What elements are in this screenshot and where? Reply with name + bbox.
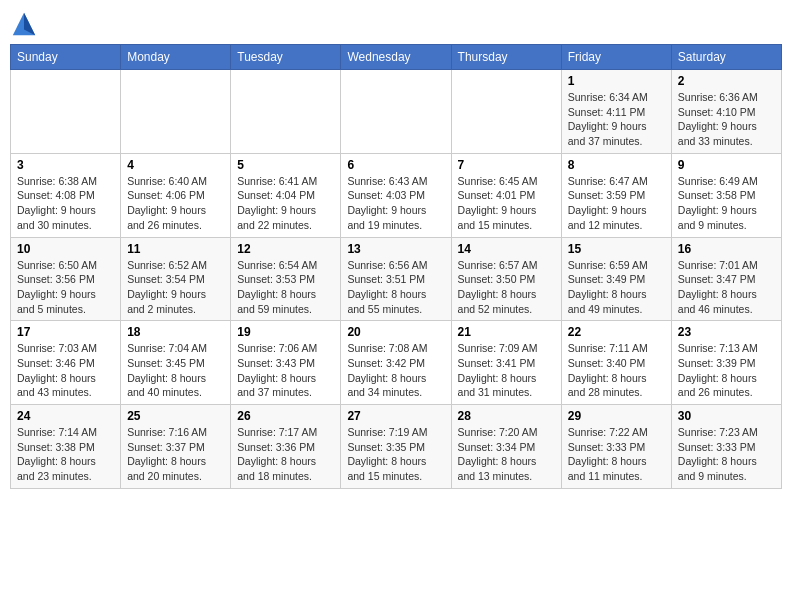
day-number: 28: [458, 409, 555, 423]
day-info: Sunrise: 7:08 AM Sunset: 3:42 PM Dayligh…: [347, 341, 444, 400]
day-number: 7: [458, 158, 555, 172]
day-number: 23: [678, 325, 775, 339]
day-number: 11: [127, 242, 224, 256]
logo-icon: [10, 10, 38, 38]
calendar-day-cell: 30Sunrise: 7:23 AM Sunset: 3:33 PM Dayli…: [671, 405, 781, 489]
day-number: 26: [237, 409, 334, 423]
weekday-header-cell: Thursday: [451, 45, 561, 70]
day-info: Sunrise: 7:19 AM Sunset: 3:35 PM Dayligh…: [347, 425, 444, 484]
calendar-day-cell: 20Sunrise: 7:08 AM Sunset: 3:42 PM Dayli…: [341, 321, 451, 405]
calendar-day-cell: 29Sunrise: 7:22 AM Sunset: 3:33 PM Dayli…: [561, 405, 671, 489]
day-info: Sunrise: 6:50 AM Sunset: 3:56 PM Dayligh…: [17, 258, 114, 317]
day-info: Sunrise: 7:17 AM Sunset: 3:36 PM Dayligh…: [237, 425, 334, 484]
calendar-day-cell: 3Sunrise: 6:38 AM Sunset: 4:08 PM Daylig…: [11, 153, 121, 237]
day-number: 2: [678, 74, 775, 88]
calendar-day-cell: 22Sunrise: 7:11 AM Sunset: 3:40 PM Dayli…: [561, 321, 671, 405]
day-number: 24: [17, 409, 114, 423]
day-info: Sunrise: 6:38 AM Sunset: 4:08 PM Dayligh…: [17, 174, 114, 233]
day-number: 6: [347, 158, 444, 172]
calendar-day-cell: 21Sunrise: 7:09 AM Sunset: 3:41 PM Dayli…: [451, 321, 561, 405]
calendar-day-cell: [341, 70, 451, 154]
day-number: 12: [237, 242, 334, 256]
day-number: 22: [568, 325, 665, 339]
day-info: Sunrise: 7:03 AM Sunset: 3:46 PM Dayligh…: [17, 341, 114, 400]
calendar-day-cell: 16Sunrise: 7:01 AM Sunset: 3:47 PM Dayli…: [671, 237, 781, 321]
day-number: 18: [127, 325, 224, 339]
day-info: Sunrise: 6:41 AM Sunset: 4:04 PM Dayligh…: [237, 174, 334, 233]
day-info: Sunrise: 6:47 AM Sunset: 3:59 PM Dayligh…: [568, 174, 665, 233]
calendar-day-cell: [121, 70, 231, 154]
day-number: 16: [678, 242, 775, 256]
day-info: Sunrise: 7:11 AM Sunset: 3:40 PM Dayligh…: [568, 341, 665, 400]
weekday-header-cell: Sunday: [11, 45, 121, 70]
calendar-week-row: 3Sunrise: 6:38 AM Sunset: 4:08 PM Daylig…: [11, 153, 782, 237]
day-info: Sunrise: 6:36 AM Sunset: 4:10 PM Dayligh…: [678, 90, 775, 149]
calendar-day-cell: 2Sunrise: 6:36 AM Sunset: 4:10 PM Daylig…: [671, 70, 781, 154]
day-number: 8: [568, 158, 665, 172]
day-number: 13: [347, 242, 444, 256]
calendar-day-cell: 27Sunrise: 7:19 AM Sunset: 3:35 PM Dayli…: [341, 405, 451, 489]
day-info: Sunrise: 6:49 AM Sunset: 3:58 PM Dayligh…: [678, 174, 775, 233]
calendar-day-cell: 11Sunrise: 6:52 AM Sunset: 3:54 PM Dayli…: [121, 237, 231, 321]
calendar-day-cell: 24Sunrise: 7:14 AM Sunset: 3:38 PM Dayli…: [11, 405, 121, 489]
day-number: 1: [568, 74, 665, 88]
calendar-day-cell: 9Sunrise: 6:49 AM Sunset: 3:58 PM Daylig…: [671, 153, 781, 237]
calendar-day-cell: 26Sunrise: 7:17 AM Sunset: 3:36 PM Dayli…: [231, 405, 341, 489]
day-number: 27: [347, 409, 444, 423]
calendar-day-cell: [451, 70, 561, 154]
calendar-day-cell: 13Sunrise: 6:56 AM Sunset: 3:51 PM Dayli…: [341, 237, 451, 321]
calendar-day-cell: 17Sunrise: 7:03 AM Sunset: 3:46 PM Dayli…: [11, 321, 121, 405]
day-number: 10: [17, 242, 114, 256]
day-info: Sunrise: 7:04 AM Sunset: 3:45 PM Dayligh…: [127, 341, 224, 400]
day-info: Sunrise: 6:56 AM Sunset: 3:51 PM Dayligh…: [347, 258, 444, 317]
day-number: 29: [568, 409, 665, 423]
calendar-day-cell: [231, 70, 341, 154]
calendar-day-cell: 8Sunrise: 6:47 AM Sunset: 3:59 PM Daylig…: [561, 153, 671, 237]
calendar-day-cell: 15Sunrise: 6:59 AM Sunset: 3:49 PM Dayli…: [561, 237, 671, 321]
day-info: Sunrise: 6:40 AM Sunset: 4:06 PM Dayligh…: [127, 174, 224, 233]
weekday-header-cell: Tuesday: [231, 45, 341, 70]
day-info: Sunrise: 7:13 AM Sunset: 3:39 PM Dayligh…: [678, 341, 775, 400]
day-number: 17: [17, 325, 114, 339]
calendar-week-row: 1Sunrise: 6:34 AM Sunset: 4:11 PM Daylig…: [11, 70, 782, 154]
calendar-day-cell: [11, 70, 121, 154]
calendar-day-cell: 4Sunrise: 6:40 AM Sunset: 4:06 PM Daylig…: [121, 153, 231, 237]
day-number: 14: [458, 242, 555, 256]
calendar-day-cell: 25Sunrise: 7:16 AM Sunset: 3:37 PM Dayli…: [121, 405, 231, 489]
calendar-day-cell: 14Sunrise: 6:57 AM Sunset: 3:50 PM Dayli…: [451, 237, 561, 321]
day-info: Sunrise: 6:57 AM Sunset: 3:50 PM Dayligh…: [458, 258, 555, 317]
day-number: 15: [568, 242, 665, 256]
weekday-header-cell: Saturday: [671, 45, 781, 70]
weekday-header-row: SundayMondayTuesdayWednesdayThursdayFrid…: [11, 45, 782, 70]
day-info: Sunrise: 6:59 AM Sunset: 3:49 PM Dayligh…: [568, 258, 665, 317]
day-info: Sunrise: 6:34 AM Sunset: 4:11 PM Dayligh…: [568, 90, 665, 149]
header: [10, 10, 782, 38]
calendar-week-row: 10Sunrise: 6:50 AM Sunset: 3:56 PM Dayli…: [11, 237, 782, 321]
day-info: Sunrise: 7:22 AM Sunset: 3:33 PM Dayligh…: [568, 425, 665, 484]
day-info: Sunrise: 6:54 AM Sunset: 3:53 PM Dayligh…: [237, 258, 334, 317]
day-number: 4: [127, 158, 224, 172]
day-info: Sunrise: 7:01 AM Sunset: 3:47 PM Dayligh…: [678, 258, 775, 317]
calendar-day-cell: 18Sunrise: 7:04 AM Sunset: 3:45 PM Dayli…: [121, 321, 231, 405]
logo: [10, 10, 42, 38]
calendar-day-cell: 6Sunrise: 6:43 AM Sunset: 4:03 PM Daylig…: [341, 153, 451, 237]
day-info: Sunrise: 7:06 AM Sunset: 3:43 PM Dayligh…: [237, 341, 334, 400]
day-number: 25: [127, 409, 224, 423]
day-info: Sunrise: 7:23 AM Sunset: 3:33 PM Dayligh…: [678, 425, 775, 484]
calendar-day-cell: 19Sunrise: 7:06 AM Sunset: 3:43 PM Dayli…: [231, 321, 341, 405]
calendar-week-row: 24Sunrise: 7:14 AM Sunset: 3:38 PM Dayli…: [11, 405, 782, 489]
weekday-header-cell: Friday: [561, 45, 671, 70]
day-info: Sunrise: 7:16 AM Sunset: 3:37 PM Dayligh…: [127, 425, 224, 484]
calendar-day-cell: 5Sunrise: 6:41 AM Sunset: 4:04 PM Daylig…: [231, 153, 341, 237]
day-number: 19: [237, 325, 334, 339]
day-info: Sunrise: 7:14 AM Sunset: 3:38 PM Dayligh…: [17, 425, 114, 484]
day-number: 21: [458, 325, 555, 339]
day-number: 9: [678, 158, 775, 172]
calendar-table: SundayMondayTuesdayWednesdayThursdayFrid…: [10, 44, 782, 489]
day-number: 30: [678, 409, 775, 423]
day-info: Sunrise: 7:09 AM Sunset: 3:41 PM Dayligh…: [458, 341, 555, 400]
calendar-week-row: 17Sunrise: 7:03 AM Sunset: 3:46 PM Dayli…: [11, 321, 782, 405]
day-info: Sunrise: 6:45 AM Sunset: 4:01 PM Dayligh…: [458, 174, 555, 233]
day-number: 5: [237, 158, 334, 172]
weekday-header-cell: Monday: [121, 45, 231, 70]
